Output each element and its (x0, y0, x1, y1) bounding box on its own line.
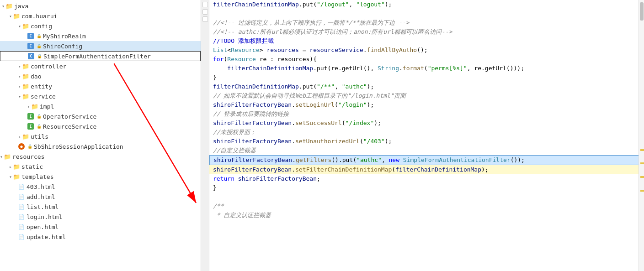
folder-icon: 📁 (22, 93, 29, 100)
tree-item-dao[interactable]: ▸ 📁 dao (0, 71, 201, 81)
code-text: for(Resource re : resources){ (209, 55, 644, 64)
code-content: filterChainDefinitionMap.put("/logout", … (209, 0, 644, 220)
tree-item-com-huarui[interactable]: ▾ 📁 com.huarui (0, 11, 201, 21)
tree-item-addhtml[interactable]: 📄 add.html (0, 192, 201, 202)
code-line (209, 9, 644, 18)
resource-icon: ● (18, 143, 25, 150)
fold-button[interactable] (202, 2, 208, 7)
code-text: //自定义拦截器 (209, 146, 644, 155)
code-line: filterChainDefinitionMap.put("/**", "aut… (209, 82, 644, 91)
active-code-line: shiroFilterFactoryBean.setFilterChainDef… (209, 165, 644, 174)
tree-item-java[interactable]: ▾ 📁 java (0, 1, 201, 11)
file-icon: 📄 (18, 204, 25, 210)
fold-button[interactable] (202, 9, 208, 15)
lock-icon: 🔒 (37, 124, 42, 129)
lock-icon: 🔒 (37, 54, 42, 58)
code-text: } (209, 73, 644, 82)
file-icon: 📄 (18, 234, 25, 240)
class-icon: C (27, 43, 34, 49)
expand-icon: ▸ (9, 164, 12, 169)
file-icon: 📄 (18, 194, 25, 200)
tree-item-templates[interactable]: ▾ 📁 templates (0, 172, 201, 182)
code-line: // 登录成功后要跳转的链接 (209, 109, 644, 119)
tree-item-service[interactable]: ▾ 📁 service (0, 91, 201, 101)
tree-label: dao (31, 73, 41, 80)
folder-icon: 📁 (22, 133, 29, 140)
tree-item-static[interactable]: ▸ 📁 static (0, 162, 201, 172)
folder-icon: 📁 (5, 2, 13, 10)
expand-icon: ▾ (2, 4, 5, 9)
code-line: //未授权界面； (209, 128, 644, 137)
tree-label: java (14, 3, 28, 10)
scrollbar-thumb[interactable] (640, 2, 644, 21)
tree-label: ShiroConfig (43, 43, 82, 50)
tree-label: ResourceService (43, 123, 96, 130)
code-editor[interactable]: filterChainDefinitionMap.put("/logout", … (209, 0, 644, 271)
tree-item-resourceservice[interactable]: I 🔒 ResourceService (0, 121, 201, 131)
code-text: //<!-- authc:所有url都必须认证过才可以访问；anon:所有url… (209, 27, 644, 36)
code-text: List<Resource> resources = resourceServi… (209, 46, 644, 55)
interface-icon: I (27, 113, 34, 120)
file-tree: ▾ 📁 java ▾ 📁 com.huarui ▾ 📁 config C 🔒 M… (0, 0, 201, 271)
code-line: * 自定义认证拦截器 (209, 211, 644, 220)
code-text: //未授权界面； (209, 128, 644, 137)
fold-button[interactable] (202, 16, 208, 22)
tree-item-resources[interactable]: ▾ 📁 resources (0, 151, 201, 162)
tree-label: add.html (27, 193, 55, 200)
class-icon: C (28, 53, 34, 59)
tree-item-entity[interactable]: ▸ 📁 entity (0, 81, 201, 91)
code-text: shiroFilterFactoryBean.setFilterChainDef… (209, 165, 644, 174)
tree-label: 403.html (27, 183, 55, 190)
tree-label: update.html (27, 234, 66, 240)
change-marker (640, 190, 644, 192)
code-line: //TODO 添加权限拦截 (209, 36, 644, 46)
tree-item-operatorservice[interactable]: I 🔒 OperatorService (0, 111, 201, 121)
code-line: shiroFilterFactoryBean.setLoginUrl("/log… (209, 100, 644, 109)
scrollbar[interactable] (639, 0, 644, 271)
tree-item-impl[interactable]: ▸ 📁 impl (0, 101, 201, 111)
tree-item-sbshiro[interactable]: ● 🔒 SbShiroSessionApplication (0, 141, 201, 151)
code-line: List<Resource> resources = resourceServi… (209, 46, 644, 55)
lock-icon: 🔒 (37, 34, 42, 38)
tree-item-openhtml[interactable]: 📄 open.html (0, 222, 201, 232)
tree-label: login.html (27, 214, 62, 220)
tree-label: controller (31, 63, 66, 70)
tree-item-403html[interactable]: 📄 403.html (0, 182, 201, 192)
tree-item-listhtml[interactable]: 📄 list.html (0, 202, 201, 212)
tree-label: SimpleFormAuthenticationFilter (43, 53, 151, 60)
expand-icon: ▸ (18, 74, 21, 79)
code-text: // 登录成功后要跳转的链接 (209, 109, 644, 119)
change-marker (640, 149, 644, 151)
folder-icon: 📁 (13, 163, 20, 170)
tree-item-loginhtml[interactable]: 📄 login.html (0, 212, 201, 222)
tree-label: MyShiroRealm (43, 33, 86, 40)
tree-label: com.huarui (21, 13, 57, 20)
code-line: } (209, 73, 644, 82)
code-text: //<!-- 过滤链定义，从上向下顺序执行，一般将*/**放在最为下边 --> (209, 18, 644, 27)
tree-item-config[interactable]: ▾ 📁 config (0, 21, 201, 31)
tree-item-simpleform[interactable]: C 🔒 SimpleFormAuthenticationFilter (0, 51, 201, 61)
tree-item-controller[interactable]: ▸ 📁 controller (0, 61, 201, 71)
interface-icon: I (27, 123, 34, 130)
lock-icon: 🔒 (37, 114, 42, 119)
change-marker (640, 162, 644, 164)
expand-icon: ▾ (9, 174, 12, 179)
tree-label: static (21, 163, 43, 170)
tree-item-myshirorealm[interactable]: C 🔒 MyShiroRealm (0, 31, 201, 41)
code-line (209, 193, 644, 202)
tree-item-shiroconfig[interactable]: C 🔒 ShiroConfig (0, 41, 201, 51)
folder-icon: 📁 (22, 63, 29, 70)
tree-label: config (31, 23, 52, 30)
code-line: } (209, 183, 644, 193)
tree-label: SbShiroSessionApplication (34, 143, 123, 150)
tree-label: resources (12, 153, 44, 160)
tree-item-utils[interactable]: ▸ 📁 utils (0, 131, 201, 141)
folder-icon: 📁 (22, 83, 29, 90)
expand-icon: ▾ (9, 14, 12, 19)
expand-icon: ▸ (27, 104, 30, 109)
code-line: //<!-- authc:所有url都必须认证过才可以访问；anon:所有url… (209, 27, 644, 36)
tree-item-updatehtml[interactable]: 📄 update.html (0, 232, 201, 242)
code-text: shiroFilterFactoryBean.setUnauthorizedUr… (209, 137, 644, 146)
change-marker (640, 176, 644, 178)
class-icon: C (27, 33, 34, 39)
